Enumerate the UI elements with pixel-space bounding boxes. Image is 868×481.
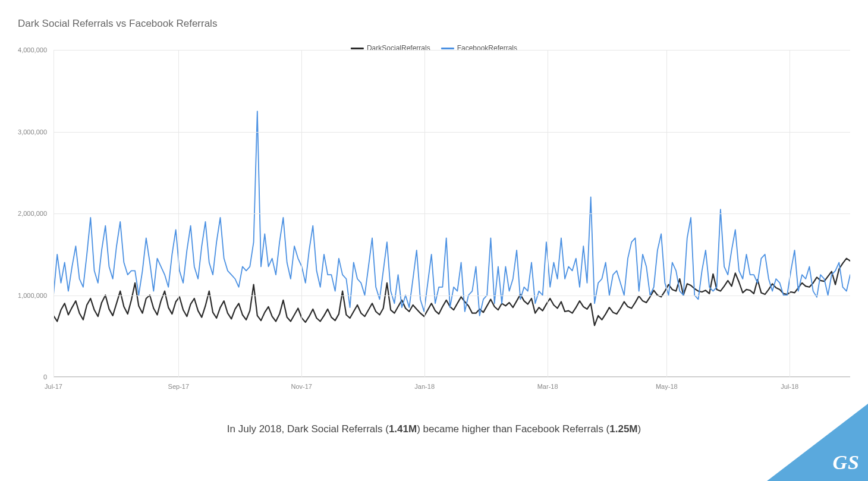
x-axis: Jul-17Sep-17Nov-17Jan-18Mar-18May-18Jul-…: [54, 379, 850, 395]
y-tick-label: 1,000,000: [18, 292, 47, 299]
x-tick-label: Nov-17: [291, 383, 312, 390]
gridline-h: [54, 295, 850, 296]
x-tick-label: May-18: [656, 383, 678, 390]
gridline-h: [54, 50, 850, 51]
x-tick-label: Jul-17: [45, 383, 62, 390]
gridline-v: [301, 50, 302, 377]
chart-title: Dark Social Referrals vs Facebook Referr…: [18, 18, 850, 30]
gridline-v: [548, 50, 548, 377]
brand-badge: GS: [767, 404, 868, 481]
chart-area: DarkSocialReferrals FacebookReferrals 01…: [18, 44, 850, 395]
y-axis: 01,000,0002,000,0003,000,0004,000,000: [18, 50, 51, 377]
chart-caption: In July 2018, Dark Social Referrals (1.4…: [18, 423, 850, 435]
y-tick-label: 4,000,000: [18, 46, 47, 54]
gridline-h: [54, 377, 850, 378]
y-tick-label: 2,000,000: [18, 210, 47, 217]
gridline-v: [424, 50, 425, 377]
series-DarkSocialReferrals: [54, 259, 850, 326]
caption-val1: 1.41M: [389, 423, 417, 435]
x-tick-label: Mar-18: [537, 383, 558, 390]
gridline-h: [54, 132, 850, 133]
gridline-v: [666, 50, 667, 377]
legend-swatch-dark-social: [351, 48, 364, 49]
x-tick-label: Jan-18: [414, 383, 435, 390]
gridline-h: [54, 213, 850, 214]
caption-val2: 1.25M: [609, 423, 637, 435]
caption-suffix: ): [638, 423, 641, 435]
brand-text: GS: [833, 451, 860, 474]
gridline-v: [790, 50, 790, 377]
legend-swatch-facebook: [441, 48, 454, 49]
plot: [54, 50, 850, 377]
gridline-v: [178, 50, 179, 377]
x-tick-label: Sep-17: [168, 383, 189, 390]
x-tick-label: Jul-18: [781, 383, 798, 390]
y-tick-label: 0: [43, 373, 47, 381]
gridline-v: [54, 50, 54, 377]
caption-prefix: In July 2018, Dark Social Referrals (: [227, 423, 389, 435]
y-tick-label: 3,000,000: [18, 128, 47, 136]
caption-mid: ) became higher than Facebook Referrals …: [417, 423, 609, 435]
